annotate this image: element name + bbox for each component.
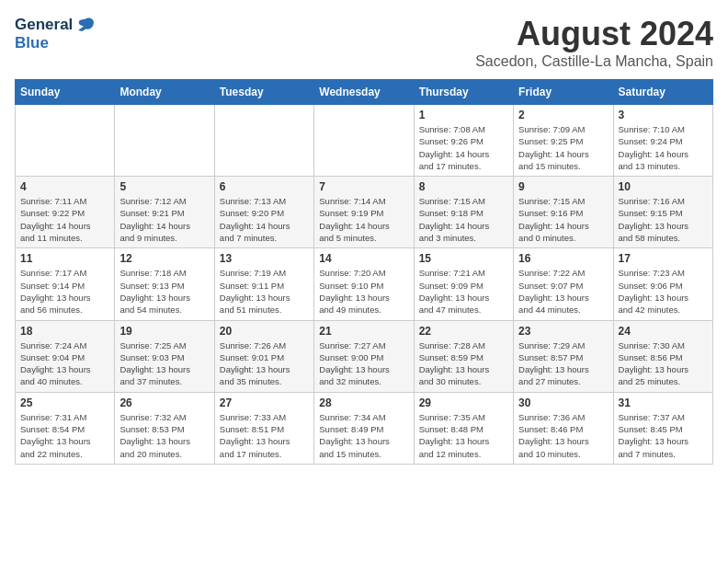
day-number: 16 [518, 252, 608, 265]
calendar-cell [214, 105, 313, 177]
day-info: Sunrise: 7:11 AM Sunset: 9:22 PM Dayligh… [20, 195, 109, 244]
weekday-header-wednesday: Wednesday [314, 80, 414, 105]
calendar-cell: 12Sunrise: 7:18 AM Sunset: 9:13 PM Dayli… [115, 248, 214, 320]
day-info: Sunrise: 7:14 AM Sunset: 9:19 PM Dayligh… [319, 195, 408, 244]
calendar-cell: 4Sunrise: 7:11 AM Sunset: 9:22 PM Daylig… [16, 177, 115, 248]
calendar-cell: 11Sunrise: 7:17 AM Sunset: 9:14 PM Dayli… [16, 248, 115, 320]
week-row-3: 11Sunrise: 7:17 AM Sunset: 9:14 PM Dayli… [16, 248, 713, 320]
day-info: Sunrise: 7:25 AM Sunset: 9:03 PM Dayligh… [119, 339, 209, 388]
page-header: General Blue August 2024 Sacedon, Castil… [15, 15, 713, 70]
day-number: 7 [319, 180, 408, 193]
day-number: 4 [20, 180, 109, 193]
calendar-cell: 26Sunrise: 7:32 AM Sunset: 8:53 PM Dayli… [115, 392, 214, 464]
weekday-header-row: SundayMondayTuesdayWednesdayThursdayFrid… [16, 80, 713, 105]
calendar-cell: 31Sunrise: 7:37 AM Sunset: 8:45 PM Dayli… [613, 392, 712, 464]
day-info: Sunrise: 7:22 AM Sunset: 9:07 PM Dayligh… [518, 267, 608, 316]
day-info: Sunrise: 7:27 AM Sunset: 9:00 PM Dayligh… [319, 339, 408, 388]
day-info: Sunrise: 7:32 AM Sunset: 8:53 PM Dayligh… [119, 411, 209, 460]
day-info: Sunrise: 7:35 AM Sunset: 8:48 PM Dayligh… [419, 411, 508, 460]
calendar-cell: 17Sunrise: 7:23 AM Sunset: 9:06 PM Dayli… [613, 248, 712, 320]
calendar-cell: 30Sunrise: 7:36 AM Sunset: 8:46 PM Dayli… [514, 392, 613, 464]
calendar-cell: 28Sunrise: 7:34 AM Sunset: 8:49 PM Dayli… [314, 392, 414, 464]
calendar-cell [314, 105, 414, 177]
day-number: 9 [518, 180, 608, 193]
calendar-cell: 29Sunrise: 7:35 AM Sunset: 8:48 PM Dayli… [414, 392, 513, 464]
weekday-header-thursday: Thursday [414, 80, 513, 105]
day-info: Sunrise: 7:16 AM Sunset: 9:15 PM Dayligh… [619, 195, 708, 244]
calendar-cell: 21Sunrise: 7:27 AM Sunset: 9:00 PM Dayli… [314, 320, 414, 392]
logo-text-general: General [15, 17, 73, 34]
logo: General Blue [15, 15, 96, 52]
day-info: Sunrise: 7:30 AM Sunset: 8:56 PM Dayligh… [619, 339, 708, 388]
calendar-table: SundayMondayTuesdayWednesdayThursdayFrid… [15, 79, 713, 465]
day-number: 23 [518, 325, 608, 338]
day-info: Sunrise: 7:34 AM Sunset: 8:49 PM Dayligh… [319, 411, 408, 460]
calendar-cell: 13Sunrise: 7:19 AM Sunset: 9:11 PM Dayli… [214, 248, 313, 320]
calendar-cell: 7Sunrise: 7:14 AM Sunset: 9:19 PM Daylig… [314, 177, 414, 248]
day-info: Sunrise: 7:36 AM Sunset: 8:46 PM Dayligh… [518, 411, 608, 460]
day-number: 11 [20, 252, 109, 265]
day-number: 30 [518, 396, 608, 409]
day-info: Sunrise: 7:18 AM Sunset: 9:13 PM Dayligh… [119, 267, 209, 316]
day-info: Sunrise: 7:20 AM Sunset: 9:10 PM Dayligh… [319, 267, 408, 316]
logo-bird-icon [75, 15, 96, 35]
weekday-header-sunday: Sunday [16, 80, 115, 105]
day-info: Sunrise: 7:19 AM Sunset: 9:11 PM Dayligh… [220, 267, 309, 316]
calendar-cell: 25Sunrise: 7:31 AM Sunset: 8:54 PM Dayli… [16, 392, 115, 464]
day-number: 10 [619, 180, 708, 193]
calendar-cell: 20Sunrise: 7:26 AM Sunset: 9:01 PM Dayli… [214, 320, 313, 392]
logo-text-blue: Blue [15, 35, 96, 52]
day-number: 17 [619, 252, 708, 265]
calendar-subtitle: Sacedon, Castille-La Mancha, Spain [475, 53, 713, 70]
day-info: Sunrise: 7:29 AM Sunset: 8:57 PM Dayligh… [518, 339, 608, 388]
calendar-title: August 2024 [475, 15, 713, 53]
day-number: 22 [419, 325, 508, 338]
calendar-cell: 10Sunrise: 7:16 AM Sunset: 9:15 PM Dayli… [613, 177, 712, 248]
week-row-5: 25Sunrise: 7:31 AM Sunset: 8:54 PM Dayli… [16, 392, 713, 464]
day-number: 24 [619, 325, 708, 338]
weekday-header-saturday: Saturday [613, 80, 712, 105]
day-number: 13 [220, 252, 309, 265]
day-number: 18 [20, 325, 109, 338]
calendar-cell: 2Sunrise: 7:09 AM Sunset: 9:25 PM Daylig… [514, 105, 613, 177]
day-number: 3 [619, 109, 708, 121]
weekday-header-friday: Friday [514, 80, 613, 105]
day-number: 31 [619, 396, 708, 409]
calendar-cell: 23Sunrise: 7:29 AM Sunset: 8:57 PM Dayli… [514, 320, 613, 392]
day-number: 1 [419, 109, 508, 121]
day-number: 15 [419, 252, 508, 265]
day-info: Sunrise: 7:10 AM Sunset: 9:24 PM Dayligh… [619, 123, 708, 172]
calendar-cell: 9Sunrise: 7:15 AM Sunset: 9:16 PM Daylig… [514, 177, 613, 248]
calendar-cell: 27Sunrise: 7:33 AM Sunset: 8:51 PM Dayli… [214, 392, 313, 464]
calendar-cell [115, 105, 214, 177]
day-number: 5 [119, 180, 209, 193]
day-info: Sunrise: 7:21 AM Sunset: 9:09 PM Dayligh… [419, 267, 508, 316]
day-number: 26 [119, 396, 209, 409]
calendar-cell: 6Sunrise: 7:13 AM Sunset: 9:20 PM Daylig… [214, 177, 313, 248]
calendar-cell: 5Sunrise: 7:12 AM Sunset: 9:21 PM Daylig… [115, 177, 214, 248]
week-row-2: 4Sunrise: 7:11 AM Sunset: 9:22 PM Daylig… [16, 177, 713, 248]
day-number: 2 [518, 109, 608, 121]
day-info: Sunrise: 7:28 AM Sunset: 8:59 PM Dayligh… [419, 339, 508, 388]
calendar-cell: 1Sunrise: 7:08 AM Sunset: 9:26 PM Daylig… [414, 105, 513, 177]
day-number: 12 [119, 252, 209, 265]
day-info: Sunrise: 7:13 AM Sunset: 9:20 PM Dayligh… [220, 195, 309, 244]
calendar-cell: 15Sunrise: 7:21 AM Sunset: 9:09 PM Dayli… [414, 248, 513, 320]
day-number: 25 [20, 396, 109, 409]
calendar-cell [16, 105, 115, 177]
calendar-cell: 3Sunrise: 7:10 AM Sunset: 9:24 PM Daylig… [613, 105, 712, 177]
day-info: Sunrise: 7:08 AM Sunset: 9:26 PM Dayligh… [419, 123, 508, 172]
day-info: Sunrise: 7:33 AM Sunset: 8:51 PM Dayligh… [220, 411, 309, 460]
week-row-4: 18Sunrise: 7:24 AM Sunset: 9:04 PM Dayli… [16, 320, 713, 392]
day-number: 27 [220, 396, 309, 409]
weekday-header-tuesday: Tuesday [214, 80, 313, 105]
day-info: Sunrise: 7:24 AM Sunset: 9:04 PM Dayligh… [20, 339, 109, 388]
day-info: Sunrise: 7:09 AM Sunset: 9:25 PM Dayligh… [518, 123, 608, 172]
day-number: 20 [220, 325, 309, 338]
calendar-cell: 18Sunrise: 7:24 AM Sunset: 9:04 PM Dayli… [16, 320, 115, 392]
day-number: 8 [419, 180, 508, 193]
calendar-cell: 19Sunrise: 7:25 AM Sunset: 9:03 PM Dayli… [115, 320, 214, 392]
title-section: August 2024 Sacedon, Castille-La Mancha,… [475, 15, 713, 70]
day-number: 19 [119, 325, 209, 338]
calendar-cell: 14Sunrise: 7:20 AM Sunset: 9:10 PM Dayli… [314, 248, 414, 320]
